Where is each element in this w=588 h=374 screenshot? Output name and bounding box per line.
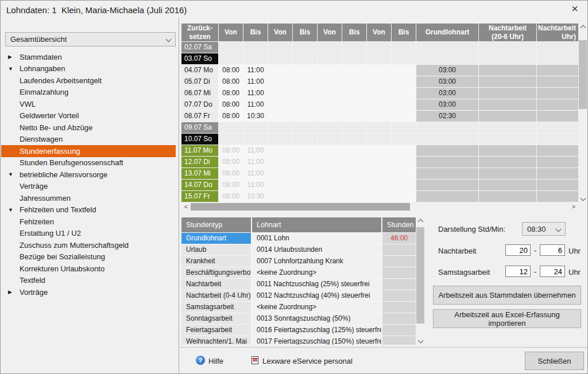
scroll-right-button[interactable]: > xyxy=(569,202,578,211)
time-cell[interactable] xyxy=(367,111,391,122)
scroll-thumb[interactable] xyxy=(579,40,587,109)
time-cell[interactable] xyxy=(268,111,292,122)
time-cell[interactable] xyxy=(342,157,366,167)
sidebar-item-bezüge-bei-sozialleistung[interactable]: Bezüge bei Sozialleistung xyxy=(1,251,176,263)
reset-date-cell[interactable]: 13.07 Mi xyxy=(181,168,218,179)
time-cell[interactable] xyxy=(318,65,342,76)
time-cell[interactable] xyxy=(268,99,292,110)
close-icon[interactable]: × xyxy=(571,3,578,14)
time-cell[interactable]: 11:00 xyxy=(243,65,268,76)
sidebar-item-fehlzeiten[interactable]: Fehlzeiten xyxy=(1,216,176,228)
view-selector-dropdown[interactable]: Gesamtübersicht xyxy=(5,32,176,46)
stundentyp-cell[interactable]: Nachtarbeit (0-4 Uhr) xyxy=(181,290,251,301)
lohnart-cell[interactable]: 0012 Nachtzuschlag (40%) steuerfrei xyxy=(252,290,381,301)
sidebar-item-stammdaten[interactable]: ▶Stammdaten xyxy=(1,51,176,63)
time-cell[interactable] xyxy=(293,157,317,167)
lohnart-cell[interactable]: <keine Zuordnung> xyxy=(252,302,381,313)
scroll-track[interactable] xyxy=(416,226,425,336)
time-cell[interactable] xyxy=(293,111,317,122)
time-cell[interactable] xyxy=(367,65,391,76)
stundentyp-cell[interactable]: Grundlohnart xyxy=(181,233,251,244)
time-cell[interactable]: 08:00 xyxy=(219,157,243,167)
time-cell[interactable]: 08:00 xyxy=(219,76,243,87)
lohnart-cell[interactable]: 0001 Lohn xyxy=(252,233,381,244)
sidebar-item-stunden-berufsgenossenschaft[interactable]: Stunden Berufsgenossenschaft xyxy=(1,157,176,169)
stundentyp-cell[interactable]: Weihnachten/1. Mai xyxy=(181,336,251,345)
time-cell[interactable] xyxy=(293,65,317,76)
time-cell[interactable] xyxy=(268,191,292,202)
sidebar-item-textfeld[interactable]: Textfeld xyxy=(1,275,176,287)
sidebar-item-zuschuss-zum-mutterschaftsgeld[interactable]: Zuschuss zum Mutterschaftsgeld xyxy=(1,239,176,251)
sidebar-item-laufendes-arbeitsentgelt[interactable]: Laufendes Arbeitsentgelt xyxy=(1,75,176,87)
sidebar-item-erstattung-u1-u2[interactable]: Erstattung U1 / U2 xyxy=(1,228,176,240)
reset-date-cell[interactable]: 09.07 Sa xyxy=(181,122,218,133)
eservice-link[interactable]: Lexware eService personal xyxy=(262,357,353,365)
time-cell[interactable] xyxy=(342,145,366,156)
reset-date-cell[interactable]: 12.07 Di xyxy=(181,157,218,167)
time-cell[interactable] xyxy=(342,180,366,190)
time-cell[interactable] xyxy=(293,191,317,202)
time-cell[interactable] xyxy=(367,99,391,110)
reset-date-cell[interactable]: 04.07 Mo xyxy=(181,65,218,76)
samstagsarbeit-to-field[interactable] xyxy=(540,266,565,277)
time-cell[interactable] xyxy=(268,145,292,156)
time-cell[interactable] xyxy=(392,76,416,87)
time-cell[interactable]: 10:30 xyxy=(243,111,268,122)
time-cell[interactable]: 11:00 xyxy=(243,157,268,167)
uebernehmen-stammdaten-button[interactable]: Arbeitszeit aus Stammdaten übernehmen xyxy=(433,286,581,305)
reset-date-cell[interactable]: 07.07 Do xyxy=(181,99,218,110)
time-cell[interactable]: 11:00 xyxy=(243,88,268,99)
nachtarbeit-to-field[interactable] xyxy=(540,244,565,256)
time-cell[interactable] xyxy=(293,168,317,179)
sidebar-item-geldwerter-vorteil[interactable]: Geldwerter Vorteil xyxy=(1,110,176,122)
schliessen-button[interactable]: Schließen xyxy=(525,352,584,370)
sidebar-item-netto-be-und-abzüge[interactable]: Netto Be- und Abzüge xyxy=(1,122,176,134)
scroll-track[interactable] xyxy=(578,32,587,194)
scroll-left-button[interactable]: < xyxy=(181,202,191,211)
scroll-down-button[interactable] xyxy=(416,336,425,345)
time-cell[interactable] xyxy=(293,76,317,87)
sidebar-item-stundenerfassung[interactable]: Stundenerfassung xyxy=(1,145,176,157)
reset-date-cell[interactable]: 08.07 Fr xyxy=(181,111,218,122)
time-cell[interactable] xyxy=(318,145,342,156)
time-cell[interactable] xyxy=(367,180,391,190)
time-cell[interactable] xyxy=(318,180,342,190)
time-cell[interactable]: 11:00 xyxy=(243,180,268,190)
time-cell[interactable]: 10:30 xyxy=(243,191,268,202)
scroll-thumb[interactable] xyxy=(191,203,410,211)
stundentyp-cell[interactable]: Sonntagsarbeit xyxy=(181,313,251,324)
scroll-up-button[interactable] xyxy=(578,24,587,32)
time-cell[interactable] xyxy=(392,191,416,202)
sidebar-item-vwl[interactable]: VWL xyxy=(1,98,176,110)
time-cell[interactable] xyxy=(392,99,416,110)
timesheet-hscrollbar[interactable]: < > xyxy=(181,202,578,211)
reset-date-cell[interactable]: 10.07 So xyxy=(181,134,218,145)
time-cell[interactable] xyxy=(268,157,292,167)
time-cell[interactable] xyxy=(367,88,391,99)
time-cell[interactable]: 08:00 xyxy=(219,180,243,190)
lohnart-cell[interactable]: 0007 Lohnfortzahlung Krank xyxy=(252,256,381,267)
sidebar-item-lohnangaben[interactable]: ▼Lohnangaben xyxy=(1,63,176,75)
import-excel-button[interactable]: Arbeitszeit aus Excel-Erfassung importie… xyxy=(433,309,581,328)
time-cell[interactable] xyxy=(342,191,366,202)
time-cell[interactable] xyxy=(342,99,366,110)
reset-date-cell[interactable]: 11.07 Mo xyxy=(181,145,218,156)
darstellung-dropdown[interactable]: 08:30 xyxy=(522,222,566,236)
time-cell[interactable] xyxy=(367,191,391,202)
time-cell[interactable] xyxy=(318,88,342,99)
help-link[interactable]: Hilfe xyxy=(208,357,223,365)
eservice-icon[interactable] xyxy=(252,356,258,364)
time-cell[interactable] xyxy=(342,168,366,179)
time-cell[interactable] xyxy=(392,65,416,76)
sidebar-item-verträge[interactable]: Verträge xyxy=(1,181,176,193)
time-cell[interactable] xyxy=(392,111,416,122)
time-cell[interactable] xyxy=(318,191,342,202)
samstagsarbeit-from-field[interactable] xyxy=(505,266,531,277)
nachtarbeit-from-field[interactable] xyxy=(505,244,531,256)
timesheet-vscrollbar[interactable] xyxy=(578,24,587,202)
time-cell[interactable]: 08:00 xyxy=(219,145,243,156)
lohnart-cell[interactable]: 0016 Feiertagszuschlag (125%) steuerfrei xyxy=(252,325,381,336)
time-cell[interactable] xyxy=(342,88,366,99)
time-cell[interactable]: 08:00 xyxy=(219,191,243,202)
sidebar-item-fehlzeiten-und-textfeld[interactable]: ▼Fehlzeiten und Textfeld xyxy=(1,204,176,216)
